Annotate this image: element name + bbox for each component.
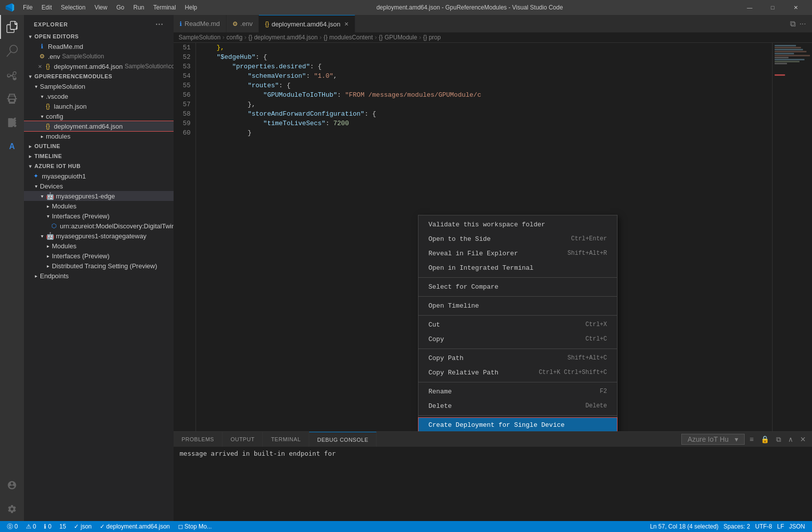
status-info-count[interactable]: ℹ 0 [42,523,53,530]
maximize-button[interactable]: □ [761,0,784,15]
breadcrumb-samplesolution[interactable]: SampleSolution [179,34,220,41]
split-editor-icon[interactable]: ⧉ [788,19,798,28]
gpureference-header[interactable]: GPUREFERENCEMODULES [24,71,174,81]
menu-help[interactable]: Help [181,3,202,12]
close-deployment-tab[interactable]: ✕ [344,21,349,27]
activity-extensions[interactable] [0,111,24,135]
devices-folder[interactable]: Devices [24,181,174,191]
status-number[interactable]: 15 [57,523,68,530]
status-filename-check[interactable]: ✓ deployment.amd64.json [98,523,172,530]
ctx-copy-path[interactable]: Copy Path Shift+Alt+C [418,351,617,365]
minimize-button[interactable]: — [738,0,761,15]
close-deployment-icon[interactable]: ✕ [38,64,42,69]
panel-tab-output[interactable]: OUTPUT [222,432,263,447]
ctx-validate-workspace[interactable]: Validate this workspace folder [418,217,617,232]
menu-file[interactable]: File [19,3,36,12]
modules-folder[interactable]: modules [24,131,174,141]
sidebar-more-options[interactable]: ··· [156,20,164,29]
activity-explorer[interactable] [0,15,24,39]
azure-iot-hub-header[interactable]: AZURE IOT HUB [24,161,174,171]
menu-edit[interactable]: Edit [37,3,56,12]
mini-line-9 [775,61,800,62]
panel-close-icon[interactable]: ✕ [798,434,808,444]
env-tab-icon: ⚙ [232,20,238,27]
status-warning-count[interactable]: ⚠ 0 [24,523,38,530]
tab-deployment[interactable]: {} deployment.amd64.json ✕ [259,15,355,32]
activity-debug[interactable] [0,87,24,111]
edge-device-item[interactable]: 🤖 myasegpures1-edge [24,191,174,201]
timeline-header[interactable]: TIMELINE [24,151,174,161]
menu-terminal[interactable]: Terminal [149,3,180,12]
ctx-copy-relative-path[interactable]: Copy Relative Path Ctrl+K Ctrl+Shift+C [418,365,617,380]
panel-dropdown[interactable]: Azure IoT Hu ▾ [681,434,745,445]
ctx-open-timeline[interactable]: Open Timeline [418,299,617,313]
status-eol[interactable]: LF [775,523,786,530]
ctx-open-side[interactable]: Open to the Side Ctrl+Enter [418,232,617,246]
panel-chevron-up-icon[interactable]: ∧ [786,434,795,444]
status-stop-button[interactable]: ◻ Stop Mo... [176,523,214,530]
open-editor-env[interactable]: ⚙ .env SampleSolution [24,51,174,61]
ctx-reveal-explorer[interactable]: Reveal in File Explorer Shift+Alt+R [418,246,617,261]
outline-header[interactable]: OUTLINE [24,141,174,151]
panel-filter-icon[interactable]: ≡ [748,434,756,444]
open-editors-header[interactable]: OPEN EDITORS [24,31,174,41]
code-editor[interactable]: 51 52 53 54 55 56 57 58 59 60 }, "$edgeH… [174,43,812,431]
config-folder[interactable]: config [24,111,174,121]
menu-selection[interactable]: Selection [57,3,89,12]
ctx-open-terminal[interactable]: Open in Integrated Terminal [418,261,617,275]
tab-env[interactable]: ⚙ .env [226,15,259,32]
status-cursor-pos[interactable]: Ln 57, Col 18 (4 selected) [648,523,720,530]
activity-account[interactable] [0,473,24,497]
breadcrumb-prop[interactable]: {} prop [423,34,440,41]
samplesolution-folder[interactable]: SampleSolution [24,81,174,91]
gateway-modules-folder[interactable]: Modules [24,241,174,251]
breadcrumb-gpu-module[interactable]: {} GPUModule [379,34,417,41]
status-json-check[interactable]: ✓ json [72,523,93,530]
edge-modules-folder[interactable]: Modules [24,201,174,211]
ctx-create-deployment-single[interactable]: Create Deployment for Single Device [418,418,617,431]
gateway-interfaces-folder[interactable]: Interfaces (Preview) [24,251,174,261]
panel-tab-problems[interactable]: PROBLEMS [174,432,222,447]
status-encoding[interactable]: UTF-8 [753,523,774,530]
more-actions-icon[interactable]: ··· [798,19,808,28]
launch-json-file[interactable]: {} launch.json [24,101,174,111]
sidebar-content[interactable]: OPEN EDITORS ℹ ReadMe.md ⚙ .env SampleSo… [24,31,174,521]
code-line-54: "schemaVersion": "1.0", [201,71,767,81]
activity-azure[interactable]: A [0,135,24,159]
menu-go[interactable]: Go [112,3,128,12]
breadcrumb-config[interactable]: config [226,34,242,41]
distributed-tracing-folder[interactable]: Distributed Tracing Setting (Preview) [24,261,174,271]
activity-source-control[interactable] [0,63,24,87]
hub-name-item[interactable]: ✦ myasegpuioth1 [24,171,174,181]
open-editor-deployment[interactable]: ✕ {} deployment.amd64.json SampleSolutio… [24,61,174,71]
close-button[interactable]: ✕ [784,0,807,15]
status-error-count[interactable]: ⓪ 0 [5,523,20,531]
status-language[interactable]: JSON [787,523,807,530]
ctx-cut[interactable]: Cut Ctrl+X [418,318,617,332]
gateway-device-item[interactable]: 🤖 myasegpures1-storagegateway [24,231,174,241]
deployment-json-file[interactable]: {} deployment.amd64.json [24,121,174,131]
ctx-delete[interactable]: Delete Delete [418,399,617,413]
breadcrumb-deployment-json[interactable]: {} deployment.amd64.json [248,34,318,41]
panel-tab-debug[interactable]: DEBUG CONSOLE [309,432,377,447]
menu-run[interactable]: Run [129,3,148,12]
panel-tab-terminal[interactable]: TERMINAL [263,432,309,447]
tab-readme[interactable]: ℹ ReadMe.md [174,15,226,32]
urn-item[interactable]: ⬡ urn:azureiot:ModelDiscovery:DigitalTwi… [24,221,174,231]
panel-copy-icon[interactable]: ⧉ [774,434,783,445]
edge-interfaces-folder[interactable]: Interfaces (Preview) [24,211,174,221]
mini-line-7 [775,57,789,58]
ctx-copy[interactable]: Copy Ctrl+C [418,332,617,347]
endpoints-folder[interactable]: Endpoints [24,271,174,281]
ctx-select-compare[interactable]: Select for Compare [418,280,617,294]
open-editor-readme[interactable]: ℹ ReadMe.md [24,41,174,51]
activity-search[interactable] [0,39,24,63]
ctx-rename[interactable]: Rename F2 [418,384,617,399]
panel-lock-icon[interactable]: 🔒 [759,434,771,444]
activity-settings[interactable] [0,497,24,521]
status-spaces[interactable]: Spaces: 2 [722,523,752,530]
status-json-label: ✓ json [74,523,91,530]
breadcrumb-modules-content[interactable]: {} modulesContent [324,34,373,41]
menu-view[interactable]: View [90,3,111,12]
vscode-folder[interactable]: .vscode [24,91,174,101]
